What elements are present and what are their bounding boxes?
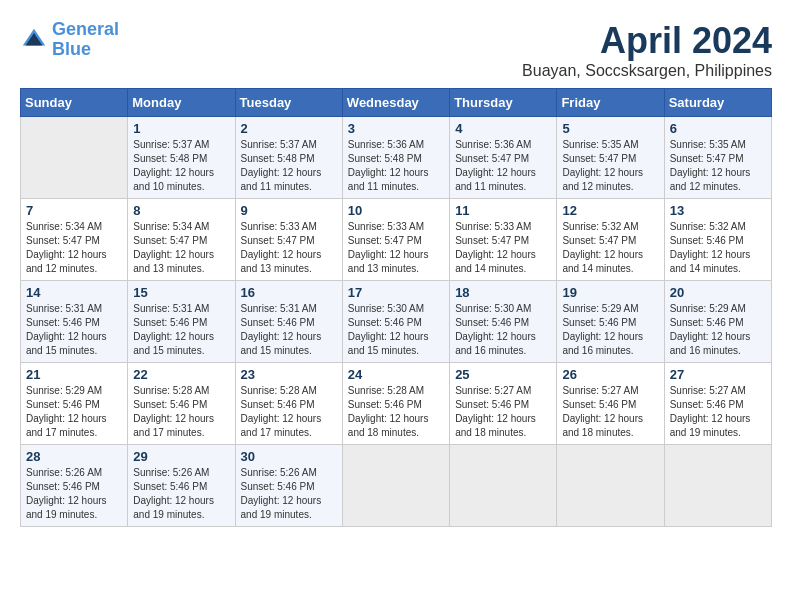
- day-info: Sunrise: 5:34 AM Sunset: 5:47 PM Dayligh…: [133, 220, 229, 276]
- day-info: Sunrise: 5:35 AM Sunset: 5:47 PM Dayligh…: [562, 138, 658, 194]
- calendar-table: SundayMondayTuesdayWednesdayThursdayFrid…: [20, 88, 772, 527]
- week-row-3: 14Sunrise: 5:31 AM Sunset: 5:46 PM Dayli…: [21, 281, 772, 363]
- calendar-cell: 17Sunrise: 5:30 AM Sunset: 5:46 PM Dayli…: [342, 281, 449, 363]
- day-number: 11: [455, 203, 551, 218]
- day-info: Sunrise: 5:29 AM Sunset: 5:46 PM Dayligh…: [562, 302, 658, 358]
- day-number: 18: [455, 285, 551, 300]
- day-info: Sunrise: 5:26 AM Sunset: 5:46 PM Dayligh…: [133, 466, 229, 522]
- calendar-cell: 2Sunrise: 5:37 AM Sunset: 5:48 PM Daylig…: [235, 117, 342, 199]
- weekday-header-saturday: Saturday: [664, 89, 771, 117]
- day-number: 5: [562, 121, 658, 136]
- calendar-cell: 4Sunrise: 5:36 AM Sunset: 5:47 PM Daylig…: [450, 117, 557, 199]
- weekday-header-sunday: Sunday: [21, 89, 128, 117]
- day-info: Sunrise: 5:34 AM Sunset: 5:47 PM Dayligh…: [26, 220, 122, 276]
- calendar-cell: 1Sunrise: 5:37 AM Sunset: 5:48 PM Daylig…: [128, 117, 235, 199]
- day-number: 15: [133, 285, 229, 300]
- calendar-cell: 23Sunrise: 5:28 AM Sunset: 5:46 PM Dayli…: [235, 363, 342, 445]
- day-number: 21: [26, 367, 122, 382]
- weekday-header-monday: Monday: [128, 89, 235, 117]
- calendar-cell: 24Sunrise: 5:28 AM Sunset: 5:46 PM Dayli…: [342, 363, 449, 445]
- day-number: 14: [26, 285, 122, 300]
- day-info: Sunrise: 5:32 AM Sunset: 5:47 PM Dayligh…: [562, 220, 658, 276]
- calendar-cell: [557, 445, 664, 527]
- day-number: 13: [670, 203, 766, 218]
- day-number: 2: [241, 121, 337, 136]
- logo-icon: [20, 26, 48, 54]
- day-number: 4: [455, 121, 551, 136]
- calendar-cell: 20Sunrise: 5:29 AM Sunset: 5:46 PM Dayli…: [664, 281, 771, 363]
- calendar-cell: [342, 445, 449, 527]
- calendar-cell: [664, 445, 771, 527]
- day-info: Sunrise: 5:26 AM Sunset: 5:46 PM Dayligh…: [26, 466, 122, 522]
- day-info: Sunrise: 5:30 AM Sunset: 5:46 PM Dayligh…: [348, 302, 444, 358]
- day-info: Sunrise: 5:32 AM Sunset: 5:46 PM Dayligh…: [670, 220, 766, 276]
- day-number: 25: [455, 367, 551, 382]
- calendar-cell: 19Sunrise: 5:29 AM Sunset: 5:46 PM Dayli…: [557, 281, 664, 363]
- week-row-1: 1Sunrise: 5:37 AM Sunset: 5:48 PM Daylig…: [21, 117, 772, 199]
- calendar-cell: 18Sunrise: 5:30 AM Sunset: 5:46 PM Dayli…: [450, 281, 557, 363]
- day-number: 20: [670, 285, 766, 300]
- day-number: 10: [348, 203, 444, 218]
- week-row-5: 28Sunrise: 5:26 AM Sunset: 5:46 PM Dayli…: [21, 445, 772, 527]
- day-number: 3: [348, 121, 444, 136]
- calendar-cell: 15Sunrise: 5:31 AM Sunset: 5:46 PM Dayli…: [128, 281, 235, 363]
- logo: General Blue: [20, 20, 119, 60]
- day-info: Sunrise: 5:36 AM Sunset: 5:47 PM Dayligh…: [455, 138, 551, 194]
- calendar-cell: 26Sunrise: 5:27 AM Sunset: 5:46 PM Dayli…: [557, 363, 664, 445]
- day-info: Sunrise: 5:28 AM Sunset: 5:46 PM Dayligh…: [133, 384, 229, 440]
- day-number: 23: [241, 367, 337, 382]
- day-number: 9: [241, 203, 337, 218]
- day-info: Sunrise: 5:35 AM Sunset: 5:47 PM Dayligh…: [670, 138, 766, 194]
- day-info: Sunrise: 5:27 AM Sunset: 5:46 PM Dayligh…: [562, 384, 658, 440]
- header: General Blue April 2024 Buayan, Soccsksa…: [20, 20, 772, 80]
- day-number: 29: [133, 449, 229, 464]
- calendar-cell: 25Sunrise: 5:27 AM Sunset: 5:46 PM Dayli…: [450, 363, 557, 445]
- day-info: Sunrise: 5:29 AM Sunset: 5:46 PM Dayligh…: [670, 302, 766, 358]
- calendar-cell: 30Sunrise: 5:26 AM Sunset: 5:46 PM Dayli…: [235, 445, 342, 527]
- calendar-cell: 12Sunrise: 5:32 AM Sunset: 5:47 PM Dayli…: [557, 199, 664, 281]
- calendar-cell: 29Sunrise: 5:26 AM Sunset: 5:46 PM Dayli…: [128, 445, 235, 527]
- calendar-cell: 22Sunrise: 5:28 AM Sunset: 5:46 PM Dayli…: [128, 363, 235, 445]
- weekday-header-wednesday: Wednesday: [342, 89, 449, 117]
- day-number: 1: [133, 121, 229, 136]
- day-number: 8: [133, 203, 229, 218]
- calendar-cell: 8Sunrise: 5:34 AM Sunset: 5:47 PM Daylig…: [128, 199, 235, 281]
- day-info: Sunrise: 5:28 AM Sunset: 5:46 PM Dayligh…: [348, 384, 444, 440]
- day-info: Sunrise: 5:27 AM Sunset: 5:46 PM Dayligh…: [670, 384, 766, 440]
- calendar-cell: 7Sunrise: 5:34 AM Sunset: 5:47 PM Daylig…: [21, 199, 128, 281]
- day-info: Sunrise: 5:30 AM Sunset: 5:46 PM Dayligh…: [455, 302, 551, 358]
- day-info: Sunrise: 5:36 AM Sunset: 5:48 PM Dayligh…: [348, 138, 444, 194]
- day-number: 26: [562, 367, 658, 382]
- calendar-cell: 5Sunrise: 5:35 AM Sunset: 5:47 PM Daylig…: [557, 117, 664, 199]
- weekday-header-thursday: Thursday: [450, 89, 557, 117]
- day-info: Sunrise: 5:33 AM Sunset: 5:47 PM Dayligh…: [241, 220, 337, 276]
- day-info: Sunrise: 5:37 AM Sunset: 5:48 PM Dayligh…: [133, 138, 229, 194]
- calendar-cell: 13Sunrise: 5:32 AM Sunset: 5:46 PM Dayli…: [664, 199, 771, 281]
- day-number: 24: [348, 367, 444, 382]
- calendar-cell: 6Sunrise: 5:35 AM Sunset: 5:47 PM Daylig…: [664, 117, 771, 199]
- title-section: April 2024 Buayan, Soccsksargen, Philipp…: [522, 20, 772, 80]
- day-number: 7: [26, 203, 122, 218]
- calendar-title: April 2024: [522, 20, 772, 62]
- day-number: 12: [562, 203, 658, 218]
- day-info: Sunrise: 5:37 AM Sunset: 5:48 PM Dayligh…: [241, 138, 337, 194]
- day-info: Sunrise: 5:31 AM Sunset: 5:46 PM Dayligh…: [26, 302, 122, 358]
- day-number: 17: [348, 285, 444, 300]
- weekday-header-tuesday: Tuesday: [235, 89, 342, 117]
- day-number: 30: [241, 449, 337, 464]
- calendar-cell: 9Sunrise: 5:33 AM Sunset: 5:47 PM Daylig…: [235, 199, 342, 281]
- calendar-cell: 16Sunrise: 5:31 AM Sunset: 5:46 PM Dayli…: [235, 281, 342, 363]
- day-info: Sunrise: 5:26 AM Sunset: 5:46 PM Dayligh…: [241, 466, 337, 522]
- calendar-cell: 27Sunrise: 5:27 AM Sunset: 5:46 PM Dayli…: [664, 363, 771, 445]
- day-number: 28: [26, 449, 122, 464]
- day-number: 19: [562, 285, 658, 300]
- calendar-subtitle: Buayan, Soccsksargen, Philippines: [522, 62, 772, 80]
- day-number: 27: [670, 367, 766, 382]
- day-info: Sunrise: 5:33 AM Sunset: 5:47 PM Dayligh…: [455, 220, 551, 276]
- day-info: Sunrise: 5:27 AM Sunset: 5:46 PM Dayligh…: [455, 384, 551, 440]
- week-row-2: 7Sunrise: 5:34 AM Sunset: 5:47 PM Daylig…: [21, 199, 772, 281]
- day-number: 22: [133, 367, 229, 382]
- calendar-cell: 14Sunrise: 5:31 AM Sunset: 5:46 PM Dayli…: [21, 281, 128, 363]
- calendar-cell: 11Sunrise: 5:33 AM Sunset: 5:47 PM Dayli…: [450, 199, 557, 281]
- weekday-header-friday: Friday: [557, 89, 664, 117]
